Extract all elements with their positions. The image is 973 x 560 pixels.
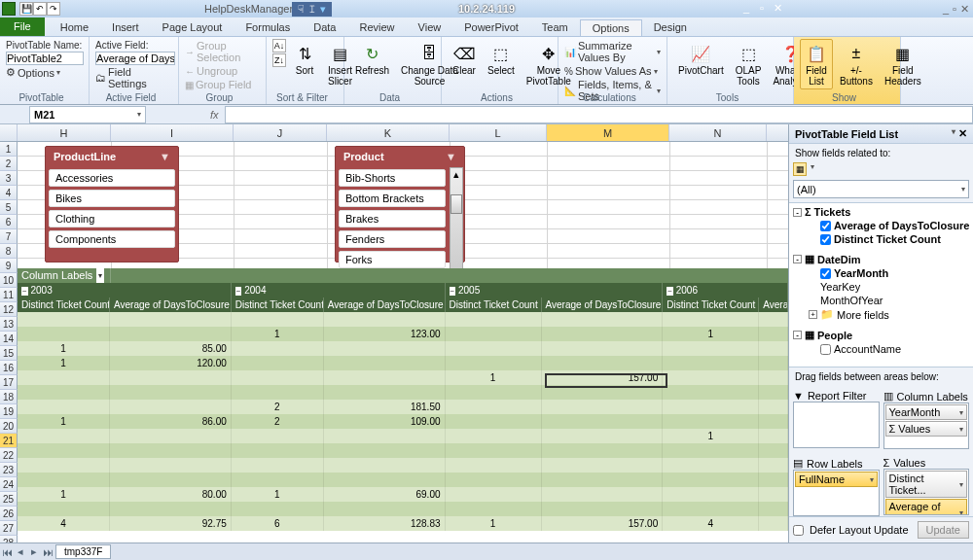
update-button[interactable]: Update [918,521,969,539]
row-header[interactable]: 9 [0,259,18,273]
field-chip[interactable]: FullName▾ [795,472,878,487]
pivot-cell[interactable] [663,400,759,414]
sheet-nav-first[interactable]: ⏮ [0,546,14,558]
remote-minimize-icon[interactable]: _ [739,2,753,16]
pivot-year-header[interactable]: − 2003 [18,283,232,298]
minimize-icon[interactable]: _ [943,3,949,16]
pivot-data-row[interactable]: 2181.50 [18,400,788,414]
expand-toggle[interactable]: + [809,310,817,319]
chevron-down-icon[interactable]: ▾ [137,110,141,119]
slicer-productline[interactable]: ProductLine▼ AccessoriesBikesClothingCom… [45,146,179,262]
pivot-cell[interactable] [18,472,110,487]
select-button[interactable]: ⬚Select [483,39,520,79]
pivot-cell[interactable] [446,502,542,516]
worksheet[interactable]: HIJKLMN 12345678910111213141516171819202… [0,124,788,542]
pivot-cell[interactable] [18,370,110,385]
pivot-cell[interactable] [446,487,542,502]
row-header[interactable]: 6 [0,215,18,229]
pivot-cell[interactable] [18,327,110,341]
pivot-cell[interactable] [542,312,664,327]
field-node[interactable]: +📁More fields [791,307,971,322]
pivot-cell[interactable] [446,312,542,327]
qat-undo-icon[interactable]: ↶ [33,2,47,16]
pivot-cell[interactable] [663,472,759,487]
field-chip[interactable]: Σ Values▾ [885,421,968,437]
field-node[interactable]: AccountName [791,342,971,356]
pivot-cell[interactable] [110,429,232,443]
pivot-cell[interactable] [542,487,664,502]
slicer-product[interactable]: Product▼ ▴Bib-ShortsBottom BracketsBrake… [335,146,465,262]
pivot-cell[interactable] [759,341,788,356]
remote-restore-icon[interactable]: ▫ [755,2,769,16]
pivot-cell[interactable] [18,458,110,472]
pivot-cell[interactable] [759,502,788,516]
pivot-cell[interactable]: 1 [446,516,542,531]
slicer-item[interactable]: Forks [339,251,446,268]
chevron-down-icon[interactable]: ▾ [952,127,955,140]
select-all-corner[interactable] [0,124,18,141]
pivot-cell[interactable]: 128.83 [324,516,446,531]
pivot-cell[interactable] [324,429,446,443]
pivot-cell[interactable] [446,414,542,429]
pivotchart-button[interactable]: 📈PivotChart [673,39,729,79]
pivot-cell[interactable]: 86.00 [110,414,232,429]
pivottable-name-input[interactable] [6,52,84,65]
sheet-tab[interactable]: tmp337F [55,544,111,559]
active-field-input[interactable] [95,52,175,65]
field-node[interactable]: Distinct Ticket Count [791,232,971,246]
pivot-cell[interactable] [542,472,664,487]
pivot-table[interactable]: Column Labels ▾ − 2003− 2004− 2005− 2006… [18,268,788,531]
pivot-cell[interactable]: 1 [232,327,324,341]
pivot-data-row[interactable]: 492.756128.831157.004 [18,516,788,531]
field-list-button[interactable]: 📋Field List [800,39,833,89]
field-tree[interactable]: -ΣTicketsAverage of DaysToClosureDistinc… [789,202,973,368]
pivot-cell[interactable] [110,472,232,487]
pivot-cell[interactable] [542,443,664,458]
col-header-H[interactable]: H [18,124,111,141]
pivot-cell[interactable] [759,370,788,385]
row-header[interactable]: 18 [0,390,18,404]
pivot-cell[interactable]: 6 [232,516,324,531]
pivot-cell[interactable] [446,429,542,443]
pivot-cell[interactable]: 181.50 [324,400,446,414]
pivot-cell[interactable] [759,385,788,400]
row-header[interactable]: 23 [0,463,18,477]
filter-icon[interactable]: ▼ [160,151,170,162]
formula-input[interactable] [225,106,973,123]
row-header[interactable]: 5 [0,200,18,215]
pivot-cell[interactable] [446,385,542,400]
pivot-cell[interactable] [324,341,446,356]
column-headers[interactable]: HIJKLMN [0,124,788,142]
field-checkbox[interactable] [820,221,831,231]
close-icon[interactable]: ✕ [958,127,967,140]
pivot-data-row[interactable] [18,502,788,516]
pivot-cell[interactable] [542,414,664,429]
pivot-cell[interactable] [110,502,232,516]
pivot-cell[interactable]: 109.00 [324,414,446,429]
pivot-cell[interactable] [542,356,664,370]
pivot-cell[interactable]: 4 [18,516,110,531]
layout-icon[interactable]: ▦ [793,162,807,176]
row-header[interactable]: 22 [0,448,18,463]
row-header[interactable]: 12 [0,302,18,317]
pivottable-options-button[interactable]: ⚙ Options ▾ [6,65,83,80]
pivot-cell[interactable]: 92.75 [110,516,232,531]
pivot-cell[interactable] [232,370,324,385]
field-chip[interactable]: YearMonth▾ [885,404,968,420]
pivot-data-row[interactable] [18,458,788,472]
pivot-cell[interactable]: 120.00 [110,356,232,370]
row-header[interactable]: 15 [0,346,18,361]
pivot-cell[interactable] [663,341,759,356]
report-filter-zone[interactable] [793,402,880,448]
tab-review[interactable]: Review [347,19,406,36]
pivot-cell[interactable] [232,429,324,443]
field-node[interactable]: MonthOfYear [791,294,971,307]
pivot-cell[interactable]: 4 [663,516,759,531]
pivot-data-row[interactable] [18,312,788,327]
pivot-cell[interactable] [446,458,542,472]
pivot-cell[interactable] [759,487,788,502]
row-header[interactable]: 8 [0,244,18,259]
pivot-cell[interactable]: 157.00 [542,516,664,531]
pivot-cell[interactable] [110,443,232,458]
pivot-cell[interactable] [232,472,324,487]
